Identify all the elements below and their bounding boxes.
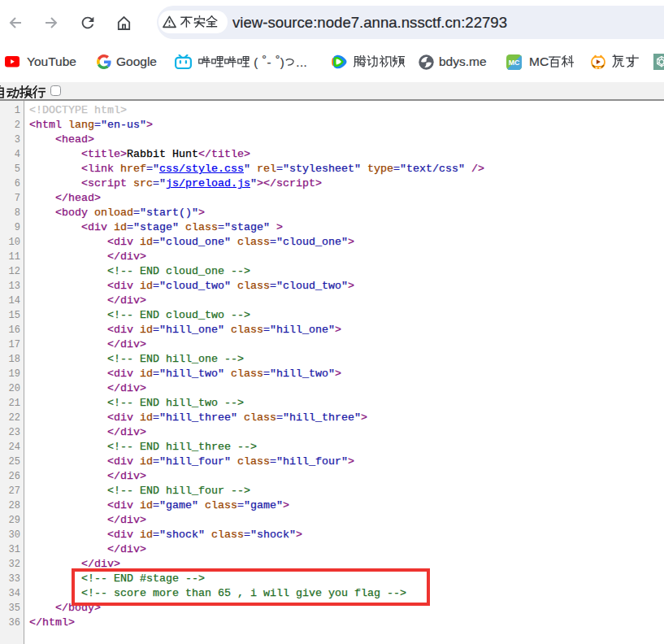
- svg-text:MC: MC: [509, 59, 520, 67]
